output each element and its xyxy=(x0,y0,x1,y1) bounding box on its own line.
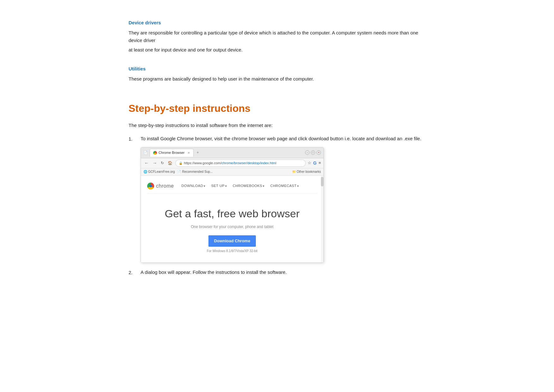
tab-close-icon[interactable]: ✕ xyxy=(188,151,190,155)
chrome-nav-links: DOWNLOAD SET UP CHROMEBOOKS CHROMECAST xyxy=(181,183,299,189)
bookmark-recommended[interactable]: 📄 Recommended Sup... xyxy=(177,169,213,174)
utilities-heading: Utilities xyxy=(129,65,425,73)
chrome-tab-icon xyxy=(153,151,157,155)
browser-tab-label: Chrome Browser xyxy=(159,150,185,156)
browser-titlebar-left: 📄 Chrome Browser ✕ + xyxy=(143,149,200,157)
browser-tab[interactable]: Chrome Browser ✕ xyxy=(150,149,194,157)
browser-addressbar: ← → ↻ 🏠 🔒 https://www.google.com/chrome/… xyxy=(141,158,323,169)
menu-icon[interactable]: ≡ xyxy=(318,160,321,166)
back-button[interactable]: ← xyxy=(143,160,150,166)
utilities-text: These programs are basically designed to… xyxy=(129,75,425,83)
other-bookmarks[interactable]: 📁 Other bookmarks xyxy=(292,169,321,174)
close-button[interactable]: × xyxy=(316,150,321,155)
device-drivers-heading: Device drivers xyxy=(129,19,425,27)
browser-mockup: 📄 Chrome Browser ✕ + – □ × ← → xyxy=(141,147,324,263)
step1-number: 1. xyxy=(129,135,137,143)
chrome-hero-subtitle: One browser for your computer, phone and… xyxy=(147,224,317,230)
url-text: https://www.google.com/chrome/browser/de… xyxy=(184,160,276,166)
device-drivers-section: Device drivers They are responsible for … xyxy=(129,19,425,54)
browser-window-controls: – □ × xyxy=(305,150,321,155)
address-icons: ☆ G ≡ xyxy=(308,160,321,166)
browser-body: chrome DOWNLOAD SET UP CHROMEBOOKS CHROM… xyxy=(141,176,323,262)
scrollbar[interactable] xyxy=(321,176,323,262)
home-button[interactable]: 🏠 xyxy=(167,160,173,166)
utilities-section: Utilities These programs are basically d… xyxy=(129,65,425,83)
step2-text: A dialog box will appear. Follow the ins… xyxy=(141,268,287,276)
new-tab-icon[interactable]: + xyxy=(196,150,200,156)
bookmarks-bar: 🌐 GCFLearnFree.org 📄 Recommended Sup... … xyxy=(141,168,323,176)
chrome-navbar: chrome DOWNLOAD SET UP CHROMEBOOKS CHROM… xyxy=(147,180,317,194)
person-icon[interactable]: G xyxy=(313,160,317,166)
step2-number: 2. xyxy=(129,269,137,276)
other-bookmarks-label: Other bookmarks xyxy=(297,170,321,173)
device-drivers-text1: They are responsible for controlling a p… xyxy=(129,29,425,44)
forward-button[interactable]: → xyxy=(152,160,158,166)
bookmark-icon-gcf: 🌐 xyxy=(143,169,147,174)
star-icon[interactable]: ☆ xyxy=(308,160,311,166)
browser-body-wrapper: chrome DOWNLOAD SET UP CHROMEBOOKS CHROM… xyxy=(141,176,323,262)
device-drivers-text2: at least one for input device and one fo… xyxy=(129,46,425,54)
nav-download[interactable]: DOWNLOAD xyxy=(181,183,205,189)
page-container: Device drivers They are responsible for … xyxy=(103,0,451,300)
bookmark-rec-label: Recommended Sup... xyxy=(182,169,213,174)
lock-icon: 🔒 xyxy=(179,161,183,166)
chrome-hero: Get a fast, free web browser One browser… xyxy=(147,199,317,258)
nav-chromecast[interactable]: CHROMECAST xyxy=(270,183,299,189)
step-by-step-section: Step-by-step instructions The step-by-st… xyxy=(129,100,425,276)
page-icon: 📄 xyxy=(143,150,148,156)
chrome-hero-title: Get a fast, free web browser xyxy=(147,205,317,222)
maximize-button[interactable]: □ xyxy=(311,150,315,155)
address-input[interactable]: 🔒 https://www.google.com/chrome/browser/… xyxy=(175,160,306,167)
scrollbar-thumb[interactable] xyxy=(321,177,323,186)
chrome-for-text: For Windows 8.1/8/7/Vista/XP 32-bit xyxy=(147,249,317,254)
chrome-logo: chrome xyxy=(147,182,174,190)
chrome-wordmark: chrome xyxy=(156,182,174,190)
browser-titlebar: 📄 Chrome Browser ✕ + – □ × xyxy=(141,148,323,158)
refresh-button[interactable]: ↻ xyxy=(160,160,165,166)
minimize-button[interactable]: – xyxy=(305,150,310,155)
chrome-logo-icon xyxy=(147,183,154,190)
step-by-step-intro: The step-by-step instructions to install… xyxy=(129,122,425,129)
bookmark-gcf-label: GCFLearnFree.org xyxy=(148,169,175,174)
step2-item: 2. A dialog box will appear. Follow the … xyxy=(129,268,425,276)
step1-item: 1. To install Google Chrome browser, vis… xyxy=(129,135,425,143)
chrome-download-button[interactable]: Download Chrome xyxy=(208,235,256,247)
bookmark-icon-rec: 📄 xyxy=(177,169,181,174)
bookmark-gcf[interactable]: 🌐 GCFLearnFree.org xyxy=(143,169,175,174)
step-by-step-heading: Step-by-step instructions xyxy=(129,100,425,117)
other-bookmarks-icon: 📁 xyxy=(292,170,296,173)
step1-text: To install Google Chrome browser, visit … xyxy=(141,135,421,142)
nav-setup[interactable]: SET UP xyxy=(211,183,227,189)
nav-chromebooks[interactable]: CHROMEBOOKS xyxy=(233,183,265,189)
